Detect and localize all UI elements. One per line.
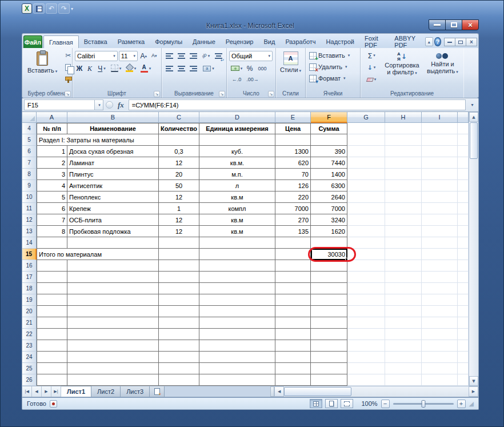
cell-C18[interactable] (159, 283, 199, 294)
cell-D19[interactable] (199, 294, 275, 306)
cell-G16[interactable] (347, 260, 385, 272)
tab-scrollbar-splitter[interactable] (270, 386, 274, 397)
excel-app-icon[interactable]: X (22, 3, 32, 14)
cell-H17[interactable] (385, 272, 422, 283)
cell-A26[interactable] (37, 374, 67, 386)
zoom-slider[interactable] (393, 403, 454, 405)
tab-review[interactable]: Рецензир (221, 35, 259, 48)
row-header-18[interactable]: 18 (22, 283, 37, 294)
cell-D24[interactable] (199, 352, 275, 363)
cell-D22[interactable] (199, 329, 275, 340)
column-header-F[interactable]: F (311, 112, 347, 123)
cell-F16[interactable] (311, 260, 347, 272)
cell-partial-14[interactable] (458, 237, 469, 249)
cell-F23[interactable] (311, 340, 347, 352)
cell-C9[interactable]: 50 (159, 180, 199, 191)
cell-F17[interactable] (311, 272, 347, 283)
cell-G26[interactable] (347, 374, 385, 386)
cell-D17[interactable] (199, 272, 275, 283)
cell-partial-9[interactable] (458, 180, 469, 191)
cell-G20[interactable] (347, 306, 385, 317)
align-center-button[interactable] (176, 63, 187, 74)
cell-C14[interactable] (159, 237, 199, 249)
cell-E7[interactable]: 620 (275, 157, 311, 169)
cell-E24[interactable] (275, 352, 311, 363)
cell-E26[interactable] (275, 374, 311, 386)
row-header-17[interactable]: 17 (22, 272, 37, 283)
cell-F11[interactable]: 7000 (311, 203, 347, 214)
cell-B12[interactable]: ОСБ-плита (67, 214, 159, 226)
cell-C21[interactable] (159, 317, 199, 329)
cell-E16[interactable] (275, 260, 311, 272)
cell-H24[interactable] (385, 352, 422, 363)
cell-E5[interactable] (275, 134, 311, 146)
cell-H26[interactable] (385, 374, 422, 386)
scroll-left-icon[interactable]: ◀ (274, 386, 284, 397)
cell-I25[interactable] (422, 363, 458, 374)
cell-I18[interactable] (422, 283, 458, 294)
cell-E12[interactable]: 270 (275, 214, 311, 226)
cell-partial-16[interactable] (458, 260, 469, 272)
dialog-launcher-icon[interactable]: ↘ (268, 91, 274, 97)
cell-I5[interactable] (422, 134, 458, 146)
cell-A12[interactable]: 7 (37, 214, 67, 226)
cell-H23[interactable] (385, 340, 422, 352)
cell-E18[interactable] (275, 283, 311, 294)
next-sheet-icon[interactable]: ▶ (42, 386, 51, 397)
cell-D4[interactable]: Единица измерения (199, 123, 275, 134)
cell-F19[interactable] (311, 294, 347, 306)
cell-I10[interactable] (422, 191, 458, 203)
paste-button[interactable]: Вставить▾ (25, 50, 60, 89)
cell-A6[interactable]: 1 (37, 146, 67, 157)
page-break-view-button[interactable] (341, 399, 353, 408)
dialog-launcher-icon[interactable]: ↘ (65, 91, 71, 97)
cell-A19[interactable] (37, 294, 67, 306)
cell-I11[interactable] (422, 203, 458, 214)
row-header-21[interactable]: 21 (22, 317, 37, 329)
cell-C12[interactable]: 12 (159, 214, 199, 226)
cell-C19[interactable] (159, 294, 199, 306)
cell-C24[interactable] (159, 352, 199, 363)
workbook-close-button[interactable]: × (466, 38, 477, 46)
cell-G13[interactable] (347, 226, 385, 237)
scroll-up-icon[interactable]: ▲ (469, 112, 478, 122)
cell-partial-11[interactable] (458, 203, 469, 214)
cell-C23[interactable] (159, 340, 199, 352)
cell-C20[interactable] (159, 306, 199, 317)
align-right-button[interactable] (188, 63, 199, 74)
minimize-ribbon-icon[interactable]: ▴ (425, 37, 434, 46)
cell-H6[interactable] (385, 146, 422, 157)
zoom-in-button[interactable]: + (457, 400, 466, 408)
row-header-7[interactable]: 7 (22, 157, 37, 169)
decrease-decimal-button[interactable]: .00→ (245, 75, 260, 84)
row-header-11[interactable]: 11 (22, 203, 37, 214)
cell-G5[interactable] (347, 134, 385, 146)
record-macro-icon[interactable] (50, 400, 57, 408)
cell-C4[interactable]: Количество (159, 123, 199, 134)
cell-E4[interactable]: Цена (275, 123, 311, 134)
autosum-button[interactable]: Σ▾ (363, 50, 380, 61)
cell-partial-20[interactable] (458, 306, 469, 317)
cell-B18[interactable] (67, 283, 159, 294)
cell-D18[interactable] (199, 283, 275, 294)
cell-D9[interactable]: л (199, 180, 275, 191)
tab-formulas[interactable]: Формулы (150, 35, 187, 48)
cell-partial-26[interactable] (458, 374, 469, 386)
cell-H7[interactable] (385, 157, 422, 169)
cell-A5[interactable]: Раздел I: Затраты на материалы (37, 134, 159, 146)
maximize-button[interactable] (445, 19, 462, 30)
fill-button[interactable]: ↓▾ (363, 62, 380, 73)
cell-E25[interactable] (275, 363, 311, 374)
align-middle-button[interactable] (176, 50, 187, 62)
cell-E21[interactable] (275, 317, 311, 329)
cell-H18[interactable] (385, 283, 422, 294)
row-header-10[interactable]: 10 (22, 191, 37, 203)
cell-D15[interactable] (199, 249, 275, 260)
cell-G25[interactable] (347, 363, 385, 374)
row-header-20[interactable]: 20 (22, 306, 37, 317)
cell-A16[interactable] (37, 260, 67, 272)
accounting-format-button[interactable]: ▾ (229, 63, 244, 74)
increase-decimal-button[interactable]: ←.0 (229, 75, 244, 84)
tab-insert[interactable]: Вставка (79, 35, 113, 48)
cell-D26[interactable] (199, 374, 275, 386)
